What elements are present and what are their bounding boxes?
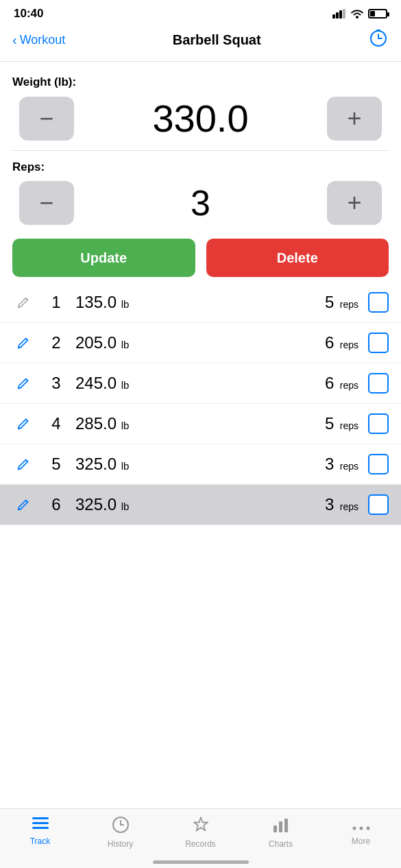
set-row[interactable]: 3245.0 lb6 reps bbox=[0, 363, 401, 404]
update-button[interactable]: Update bbox=[12, 239, 195, 277]
set-checkbox[interactable] bbox=[368, 292, 389, 313]
tab-charts[interactable]: Charts bbox=[241, 816, 321, 849]
action-buttons: Update Delete bbox=[12, 239, 389, 277]
reps-increment-button[interactable]: + bbox=[327, 181, 382, 225]
star-icon bbox=[192, 816, 210, 836]
svg-point-16 bbox=[366, 827, 369, 830]
svg-rect-2 bbox=[339, 10, 342, 19]
set-weight: 135.0 lb bbox=[75, 293, 325, 312]
set-checkbox[interactable] bbox=[368, 413, 389, 434]
reps-decrement-button[interactable]: − bbox=[19, 181, 74, 225]
tab-track[interactable]: Track bbox=[0, 816, 80, 846]
bar-chart-icon bbox=[272, 816, 290, 836]
set-checkbox[interactable] bbox=[368, 494, 389, 515]
signal-icon bbox=[332, 9, 346, 19]
weight-label: Weight (lb): bbox=[12, 75, 389, 89]
weight-section: Weight (lb): − 330.0 + bbox=[12, 75, 389, 141]
set-reps: 5 reps bbox=[325, 293, 368, 312]
tab-bar: Track History Records Charts More bbox=[0, 808, 401, 868]
reps-stepper-row: − 3 + bbox=[12, 181, 389, 225]
main-content: Weight (lb): − 330.0 + Reps: − 3 + Updat… bbox=[0, 62, 401, 277]
set-number: 1 bbox=[44, 293, 69, 312]
tab-label-charts: Charts bbox=[269, 839, 293, 849]
svg-rect-3 bbox=[343, 9, 345, 19]
tab-label-history: History bbox=[108, 839, 133, 849]
svg-rect-1 bbox=[336, 12, 339, 19]
set-row[interactable]: 1135.0 lb5 reps bbox=[0, 282, 401, 323]
list-icon bbox=[31, 816, 50, 834]
tab-label-records: Records bbox=[185, 839, 216, 849]
set-row[interactable]: 5325.0 lb3 reps bbox=[0, 444, 401, 485]
set-edit-icon bbox=[12, 416, 34, 431]
svg-point-14 bbox=[352, 827, 356, 830]
set-reps: 6 reps bbox=[325, 333, 368, 352]
status-time: 10:40 bbox=[14, 7, 43, 21]
back-label: Workout bbox=[20, 33, 66, 47]
svg-point-4 bbox=[356, 16, 359, 19]
svg-rect-13 bbox=[284, 819, 288, 832]
set-checkbox[interactable] bbox=[368, 333, 389, 353]
svg-point-15 bbox=[359, 827, 363, 830]
svg-rect-0 bbox=[332, 14, 335, 19]
set-reps: 5 reps bbox=[325, 414, 368, 433]
reps-section: Reps: − 3 + bbox=[12, 160, 389, 225]
chevron-left-icon: ‹ bbox=[12, 32, 17, 48]
set-number: 4 bbox=[44, 414, 69, 433]
svg-rect-6 bbox=[376, 29, 380, 31]
tab-label-more: More bbox=[352, 836, 370, 846]
svg-rect-12 bbox=[279, 821, 282, 832]
set-reps: 6 reps bbox=[325, 374, 368, 393]
reps-label: Reps: bbox=[12, 160, 389, 174]
weight-stepper-row: − 330.0 + bbox=[12, 96, 389, 141]
home-indicator bbox=[153, 860, 249, 864]
svg-rect-7 bbox=[32, 817, 49, 819]
back-button[interactable]: ‹ Workout bbox=[12, 32, 65, 48]
nav-bar: ‹ Workout Barbell Squat bbox=[0, 25, 401, 62]
divider-1 bbox=[12, 150, 389, 151]
set-checkbox[interactable] bbox=[368, 373, 389, 394]
set-weight: 325.0 lb bbox=[75, 495, 325, 514]
sets-list: 1135.0 lb5 reps 2205.0 lb6 reps 3245.0 l… bbox=[0, 282, 401, 525]
svg-rect-9 bbox=[32, 827, 49, 829]
svg-rect-8 bbox=[32, 822, 49, 824]
delete-button[interactable]: Delete bbox=[206, 239, 389, 277]
wifi-icon bbox=[350, 9, 364, 19]
timer-icon[interactable] bbox=[368, 27, 389, 53]
ellipsis-icon bbox=[352, 816, 370, 834]
tab-more[interactable]: More bbox=[321, 816, 401, 846]
svg-rect-11 bbox=[274, 825, 277, 832]
set-row[interactable]: 6325.0 lb3 reps bbox=[0, 485, 401, 525]
tab-records[interactable]: Records bbox=[160, 816, 241, 849]
set-number: 2 bbox=[44, 333, 69, 352]
tab-label-track: Track bbox=[30, 836, 51, 846]
tab-history[interactable]: History bbox=[80, 816, 160, 849]
weight-increment-button[interactable]: + bbox=[327, 97, 382, 141]
set-row[interactable]: 4285.0 lb5 reps bbox=[0, 404, 401, 444]
set-weight: 285.0 lb bbox=[75, 414, 325, 433]
reps-value: 3 bbox=[74, 182, 327, 224]
set-number: 3 bbox=[44, 374, 69, 393]
battery-icon bbox=[368, 9, 387, 19]
set-weight: 325.0 lb bbox=[75, 455, 325, 474]
set-row[interactable]: 2205.0 lb6 reps bbox=[0, 323, 401, 363]
weight-value: 330.0 bbox=[74, 96, 327, 141]
set-edit-icon bbox=[12, 335, 34, 350]
set-reps: 3 reps bbox=[325, 455, 368, 474]
set-weight: 245.0 lb bbox=[75, 374, 325, 393]
set-edit-icon bbox=[12, 376, 34, 391]
set-number: 5 bbox=[44, 455, 69, 474]
page-title: Barbell Squat bbox=[173, 32, 261, 48]
set-edit-icon bbox=[12, 497, 34, 512]
clock-icon bbox=[112, 816, 130, 836]
weight-decrement-button[interactable]: − bbox=[19, 97, 74, 141]
set-edit-icon bbox=[12, 457, 34, 472]
status-icons bbox=[332, 9, 387, 19]
set-weight: 205.0 lb bbox=[75, 333, 325, 352]
set-edit-icon bbox=[12, 295, 34, 310]
set-checkbox[interactable] bbox=[368, 454, 389, 474]
set-number: 6 bbox=[44, 495, 69, 514]
set-reps: 3 reps bbox=[325, 495, 368, 514]
status-bar: 10:40 bbox=[0, 0, 401, 25]
